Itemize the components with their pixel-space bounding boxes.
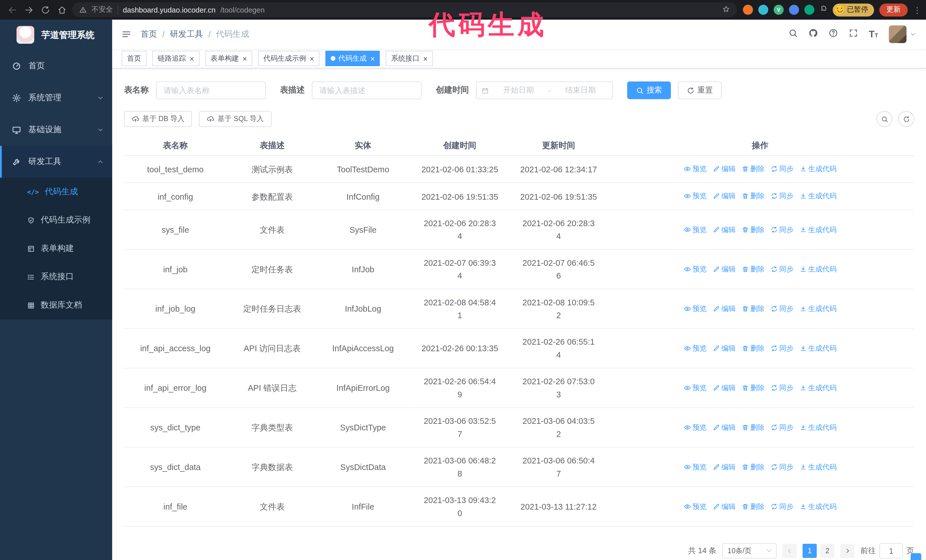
sidebar-item-form-builder[interactable]: 表单构建 — [0, 234, 112, 263]
generate-code-action[interactable]: 生成代码 — [799, 262, 837, 275]
preview-action[interactable]: 预览 — [684, 223, 707, 236]
delete-action[interactable]: 删除 — [741, 421, 764, 434]
preview-action[interactable]: 预览 — [684, 341, 707, 355]
delete-action[interactable]: 删除 — [741, 262, 764, 275]
sync-action[interactable]: 同步 — [770, 381, 793, 394]
table-name-input[interactable] — [156, 82, 266, 99]
goto-page-input[interactable] — [879, 543, 903, 558]
github-icon[interactable] — [809, 28, 818, 40]
preview-action[interactable]: 预览 — [684, 460, 707, 473]
delete-action[interactable]: 删除 — [741, 302, 764, 315]
search-icon[interactable] — [788, 28, 798, 40]
edit-action[interactable]: 编辑 — [713, 421, 736, 434]
page-button-1[interactable]: 1 — [803, 544, 817, 558]
preview-action[interactable]: 预览 — [684, 162, 707, 175]
search-button[interactable]: 搜索 — [627, 82, 671, 99]
profile-paused-badge[interactable]: 已暂停 — [833, 3, 874, 16]
close-tab-icon[interactable]: × — [309, 55, 314, 62]
edit-action[interactable]: 编辑 — [713, 381, 736, 394]
sync-action[interactable]: 同步 — [770, 223, 793, 236]
generate-code-action[interactable]: 生成代码 — [799, 341, 837, 355]
generate-code-action[interactable]: 生成代码 — [799, 381, 837, 394]
ext-vue-icon[interactable]: V — [773, 5, 784, 15]
tab-代码生成[interactable]: 代码生成× — [325, 51, 380, 66]
tab-首页[interactable]: 首页 — [122, 51, 147, 66]
import-sql-button[interactable]: 基于 SQL 导入 — [199, 111, 271, 127]
close-tab-icon[interactable]: × — [189, 55, 194, 62]
tab-代码生成示例[interactable]: 代码生成示例× — [258, 51, 319, 66]
refresh-table-button[interactable] — [898, 111, 914, 127]
preview-action[interactable]: 预览 — [684, 262, 707, 275]
bookmark-star-icon[interactable] — [722, 5, 730, 15]
sync-action[interactable]: 同步 — [770, 302, 793, 315]
back-to-top-button[interactable] — [911, 553, 921, 560]
delete-action[interactable]: 删除 — [741, 341, 764, 355]
edit-action[interactable]: 编辑 — [713, 223, 736, 236]
close-tab-icon[interactable]: × — [423, 55, 428, 62]
address-bar[interactable]: 不安全 dashboard.yudao.iocoder.cn/tool/code… — [72, 2, 737, 17]
preview-action[interactable]: 预览 — [684, 302, 707, 315]
sync-action[interactable]: 同步 — [770, 421, 793, 434]
toggle-search-button[interactable] — [876, 111, 893, 127]
fullscreen-icon[interactable] — [849, 28, 858, 40]
close-tab-icon[interactable]: × — [242, 55, 247, 62]
preview-action[interactable]: 预览 — [684, 500, 707, 513]
home-icon[interactable] — [54, 2, 70, 17]
create-time-range-picker[interactable]: 开始日期 - 结束日期 — [476, 82, 613, 99]
edit-action[interactable]: 编辑 — [713, 302, 736, 315]
sidebar-item-system[interactable]: 系统管理 — [0, 82, 112, 114]
generate-code-action[interactable]: 生成代码 — [799, 302, 837, 315]
sidebar-item-system-api[interactable]: 系统接口 — [0, 263, 112, 291]
extensions-puzzle-icon[interactable] — [820, 5, 828, 15]
reload-icon[interactable] — [38, 2, 53, 17]
sidebar-item-db-docs[interactable]: 数据库文档 — [0, 291, 112, 319]
reset-button[interactable]: 重置 — [678, 82, 722, 99]
sync-action[interactable]: 同步 — [770, 262, 793, 275]
delete-action[interactable]: 删除 — [741, 162, 764, 175]
delete-action[interactable]: 删除 — [741, 460, 764, 473]
edit-action[interactable]: 编辑 — [713, 500, 736, 513]
ext-teal-icon[interactable] — [758, 5, 768, 15]
sync-action[interactable]: 同步 — [770, 162, 793, 175]
user-menu[interactable] — [889, 25, 916, 43]
delete-action[interactable]: 删除 — [741, 189, 764, 202]
sidebar-item-infra[interactable]: 基础设施 — [0, 114, 112, 146]
close-tab-icon[interactable]: × — [370, 55, 375, 62]
tab-表单构建[interactable]: 表单构建× — [205, 51, 252, 66]
sync-action[interactable]: 同步 — [770, 341, 793, 355]
help-icon[interactable] — [829, 28, 838, 40]
ext-green-icon[interactable] — [804, 5, 814, 15]
generate-code-action[interactable]: 生成代码 — [799, 162, 837, 175]
edit-action[interactable]: 编辑 — [713, 341, 736, 355]
back-icon[interactable] — [5, 2, 20, 17]
sidebar-item-home[interactable]: 首页 — [0, 50, 112, 82]
table-desc-input[interactable] — [312, 82, 422, 99]
preview-action[interactable]: 预览 — [684, 189, 707, 202]
delete-action[interactable]: 删除 — [741, 223, 764, 236]
sync-action[interactable]: 同步 — [770, 189, 793, 202]
sidebar-item-codegen-example[interactable]: 代码生成示例 — [0, 206, 112, 234]
edit-action[interactable]: 编辑 — [713, 262, 736, 275]
breadcrumb-home[interactable]: 首页 — [141, 29, 157, 39]
sync-action[interactable]: 同步 — [770, 500, 793, 513]
generate-code-action[interactable]: 生成代码 — [799, 500, 837, 513]
generate-code-action[interactable]: 生成代码 — [799, 223, 837, 236]
forward-icon[interactable] — [21, 2, 37, 17]
generate-code-action[interactable]: 生成代码 — [799, 421, 837, 434]
next-page-button[interactable] — [840, 544, 855, 558]
generate-code-action[interactable]: 生成代码 — [799, 189, 837, 202]
edit-action[interactable]: 编辑 — [713, 189, 736, 202]
tab-链路追踪[interactable]: 链路追踪× — [153, 51, 200, 66]
import-db-button[interactable]: 基于 DB 导入 — [124, 111, 192, 127]
preview-action[interactable]: 预览 — [684, 421, 707, 434]
prev-page-button[interactable] — [782, 544, 797, 558]
edit-action[interactable]: 编辑 — [713, 162, 736, 175]
preview-action[interactable]: 预览 — [684, 381, 707, 394]
page-button-2[interactable]: 2 — [820, 544, 835, 558]
sync-action[interactable]: 同步 — [770, 460, 793, 473]
delete-action[interactable]: 删除 — [741, 500, 764, 513]
ext-orange-icon[interactable] — [743, 5, 753, 15]
font-size-icon[interactable]: TT — [869, 30, 878, 39]
sidebar-item-devtools[interactable]: 研发工具 — [0, 146, 112, 178]
generate-code-action[interactable]: 生成代码 — [799, 460, 837, 473]
